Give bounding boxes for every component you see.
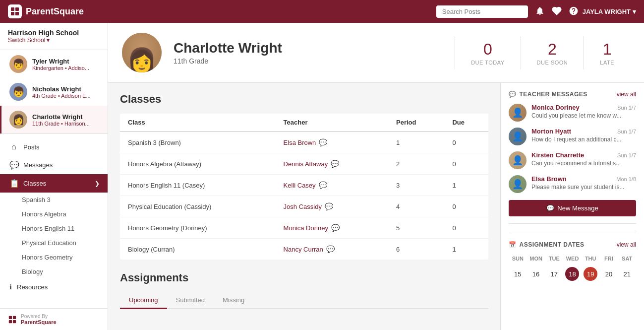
- svg-rect-2: [11, 12, 14, 15]
- message-sender: Elsa Brown: [531, 175, 567, 183]
- class-name: Honors English 11 (Casey): [120, 175, 276, 196]
- student-item-charlotte[interactable]: 👩 Charlotte Wright 11th Grade • Harrison…: [0, 106, 108, 133]
- stat-due-today-number: 0: [471, 40, 504, 59]
- message-sender: Kirsten Charrette: [531, 151, 584, 159]
- search-input[interactable]: [436, 5, 528, 18]
- table-row: Spanish 3 (Brown) Elsa Brown 💬 1 0: [120, 132, 488, 153]
- tab-submitted[interactable]: Submitted: [167, 292, 214, 309]
- student-name-charlotte: Charlotte Wright: [32, 113, 90, 121]
- classes-section-title: Classes: [120, 93, 488, 106]
- sidebar-sub-physicaleducation[interactable]: Physical Education: [0, 236, 108, 250]
- calendar-day[interactable]: 17: [547, 267, 561, 281]
- sidebar-item-resources[interactable]: ℹ Resources: [0, 279, 108, 295]
- classes-chevron-icon: ❯: [95, 180, 100, 187]
- teacher-link[interactable]: Monica Doriney 💬: [284, 224, 380, 232]
- chat-icon[interactable]: 💬: [331, 160, 339, 168]
- message-avatar: 👤: [509, 151, 527, 169]
- dates-view-all[interactable]: view all: [617, 241, 636, 248]
- sidebar-item-classes[interactable]: 📋 Classes ❯: [0, 174, 108, 193]
- chat-icon[interactable]: 💬: [326, 245, 335, 253]
- stat-late-number: 1: [600, 40, 614, 59]
- switch-school-chevron: ▾: [47, 37, 50, 44]
- table-row: Honors Algebra (Attaway) Dennis Attaway …: [120, 153, 488, 175]
- calendar-day-name: TUE: [545, 254, 563, 263]
- teacher-link[interactable]: Nancy Curran 💬: [284, 245, 380, 253]
- svg-rect-6: [9, 320, 12, 323]
- message-item[interactable]: 👤 Elsa Brown Mon 1/8 Please make sure yo…: [509, 175, 636, 193]
- sidebar: Harrison High School Switch School ▾ 👦 T…: [0, 23, 108, 330]
- teacher-cell: Dennis Attaway 💬: [276, 153, 388, 175]
- app-name: ParentSquare: [26, 6, 84, 17]
- svg-rect-3: [15, 12, 19, 15]
- student-name-tyler: Tyler Wright: [32, 58, 89, 65]
- footer-logo-icon: [8, 315, 17, 324]
- calendar-day[interactable]: 19: [584, 267, 597, 281]
- period-cell: 4: [388, 196, 444, 217]
- logo-svg: [10, 6, 20, 16]
- classes-table: Class Teacher Period Due Spanish 3 (Brow…: [120, 114, 488, 260]
- teacher-messages-title: 💬 TEACHER MESSAGES: [509, 91, 587, 98]
- teacher-link[interactable]: Elsa Brown 💬: [284, 138, 380, 146]
- sidebar-sub-honorsalgebra[interactable]: Honors Algebra: [0, 207, 108, 221]
- calendar-day[interactable]: 20: [602, 267, 616, 281]
- sidebar-item-posts[interactable]: ⌂ Posts: [0, 138, 108, 156]
- new-message-button[interactable]: 💬 New Message: [509, 200, 636, 216]
- message-preview: Could you please let me know w...: [531, 112, 636, 119]
- class-name: Physical Education (Cassidy): [120, 196, 276, 217]
- tab-upcoming[interactable]: Upcoming: [120, 292, 167, 309]
- sidebar-sub-honorsgeometry[interactable]: Honors Geometry: [0, 250, 108, 264]
- message-item[interactable]: 👤 Morton Hyatt Sun 1/7 How do I request …: [509, 128, 636, 145]
- chat-icon[interactable]: 💬: [331, 224, 340, 232]
- calendar-day-name: MON: [527, 254, 545, 263]
- message-item[interactable]: 👤 Monica Doriney Sun 1/7 Could you pleas…: [509, 104, 636, 122]
- student-item-tyler[interactable]: 👦 Tyler Wright Kindergarten • Addiso...: [0, 50, 108, 78]
- new-message-label: New Message: [557, 204, 598, 212]
- main-layout: Harrison High School Switch School ▾ 👦 T…: [0, 23, 644, 330]
- teacher-link[interactable]: Josh Cassidy 💬: [284, 202, 380, 210]
- teacher-link[interactable]: Kelli Casey 💬: [284, 181, 380, 189]
- calendar-day[interactable]: 15: [511, 267, 525, 281]
- heart-icon[interactable]: [552, 6, 562, 17]
- tab-missing[interactable]: Missing: [214, 292, 253, 309]
- user-menu[interactable]: JAYLA WRIGHT ▾: [583, 8, 636, 15]
- assignments-title: Assignments: [120, 271, 488, 284]
- calendar-day[interactable]: 21: [620, 267, 634, 281]
- due-cell: 0: [444, 196, 488, 217]
- due-cell: 1: [444, 175, 488, 196]
- avatar-tyler: 👦: [9, 55, 27, 73]
- assignments-tab-bar: Upcoming Submitted Missing: [120, 292, 488, 309]
- message-preview: How do I request an additional c...: [531, 136, 636, 143]
- class-name: Spanish 3 (Brown): [120, 132, 276, 153]
- class-name: Honors Algebra (Attaway): [120, 153, 276, 175]
- message-time: Sun 1/7: [617, 152, 636, 158]
- chat-icon[interactable]: 💬: [325, 202, 333, 210]
- teacher-cell: Kelli Casey 💬: [276, 175, 388, 196]
- teacher-link[interactable]: Dennis Attaway 💬: [284, 160, 380, 168]
- left-panel: Classes Class Teacher Period Due Spanish…: [108, 83, 500, 330]
- chat-icon[interactable]: 💬: [319, 138, 327, 146]
- profile-grade: 11th Grade: [174, 57, 443, 65]
- period-cell: 3: [388, 175, 444, 196]
- sidebar-sub-honorsenglish[interactable]: Honors English 11: [0, 221, 108, 236]
- right-panel: 💬 TEACHER MESSAGES view all 👤 Monica Dor…: [500, 83, 644, 330]
- svg-rect-1: [15, 7, 19, 11]
- help-icon[interactable]: [569, 6, 579, 17]
- sidebar-item-messages[interactable]: 💬 Messages: [0, 156, 108, 174]
- classes-label: Classes: [23, 180, 46, 187]
- calendar-day-name: SUN: [509, 254, 527, 263]
- switch-school-button[interactable]: Switch School ▾: [8, 37, 100, 44]
- chat-icon[interactable]: 💬: [319, 181, 327, 189]
- message-item[interactable]: 👤 Kirsten Charrette Sun 1/7 Can you reco…: [509, 151, 636, 169]
- panel-divider: [509, 223, 636, 224]
- app-logo: ParentSquare: [8, 4, 436, 18]
- calendar-day[interactable]: 16: [529, 267, 543, 281]
- calendar-day[interactable]: 18: [565, 267, 579, 281]
- sidebar-sub-biology[interactable]: Biology: [0, 264, 108, 279]
- user-name: JAYLA WRIGHT: [583, 8, 631, 15]
- messages-view-all[interactable]: view all: [617, 91, 636, 98]
- due-cell: 0: [444, 132, 488, 153]
- sidebar-sub-spanish3[interactable]: Spanish 3: [0, 193, 108, 207]
- student-item-nicholas[interactable]: 👦 Nicholas Wright 4th Grade • Addison E.…: [0, 78, 108, 106]
- notification-icon[interactable]: [535, 6, 545, 17]
- stat-late-label: LATE: [600, 60, 614, 66]
